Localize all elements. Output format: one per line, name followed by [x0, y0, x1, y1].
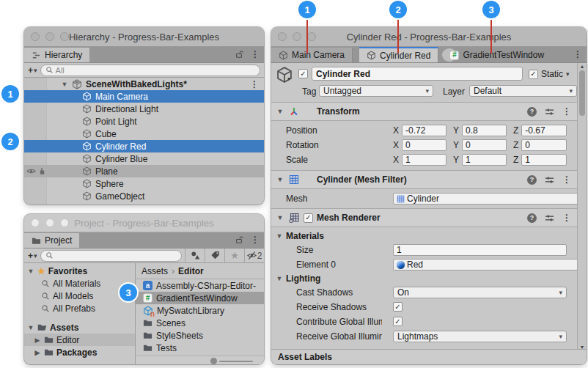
zoom-slider-track[interactable]: [219, 361, 253, 362]
window-menu-icon[interactable]: ⋮: [251, 235, 260, 244]
close-window-button[interactable]: [31, 32, 40, 41]
tree-item-favorites[interactable]: ▼ ★ Favorites: [24, 265, 135, 277]
file-item-scenes[interactable]: Scenes: [136, 317, 264, 329]
rotation-z-input[interactable]: 0: [521, 139, 567, 151]
visibility-eye-icon[interactable]: [26, 166, 36, 176]
pickability-hand-icon[interactable]: [37, 166, 46, 175]
gameobject-cube-icon[interactable]: [276, 66, 293, 84]
help-icon[interactable]: ?: [527, 213, 537, 223]
tree-item-all-prefabs[interactable]: All Prefabs: [24, 302, 135, 314]
hierarchy-item-main-camera[interactable]: Main Camera: [24, 90, 264, 103]
position-x-input[interactable]: -0.72: [402, 125, 446, 136]
mesh-object-field[interactable]: Cylinder: [393, 193, 587, 205]
hierarchy-item-plane[interactable]: Plane: [24, 165, 264, 177]
collapse-arrow-icon[interactable]: ▼: [27, 268, 34, 275]
file-item-tests[interactable]: Tests: [136, 342, 264, 354]
window-menu-icon[interactable]: ⋮: [251, 50, 260, 59]
presets-icon[interactable]: [545, 175, 554, 185]
inspector-scrollbar[interactable]: ▲ ▼: [577, 63, 587, 350]
help-icon[interactable]: ?: [527, 175, 537, 185]
presets-icon[interactable]: [545, 213, 554, 223]
hierarchy-item-cube[interactable]: Cube: [24, 128, 264, 140]
position-z-input[interactable]: -0.67: [521, 125, 567, 136]
scale-z-input[interactable]: 1: [521, 154, 567, 166]
search-by-type-button[interactable]: [185, 249, 205, 262]
tree-item-all-materials[interactable]: All Materials: [24, 277, 135, 290]
expand-arrow-icon[interactable]: ▶: [34, 336, 41, 344]
minimize-window-button[interactable]: [45, 32, 54, 41]
hierarchy-item-sphere[interactable]: Sphere: [24, 177, 264, 190]
scene-menu-icon[interactable]: ⋮: [250, 80, 259, 89]
unlock-icon[interactable]: [235, 235, 243, 244]
component-menu-icon[interactable]: ⋮: [562, 213, 571, 222]
position-y-input[interactable]: 0.8: [462, 125, 507, 136]
window-menu-icon[interactable]: ⋮: [573, 50, 582, 59]
hierarchy-search-input[interactable]: All: [40, 65, 260, 76]
close-window-button[interactable]: [278, 32, 287, 41]
close-window-button[interactable]: [31, 218, 40, 227]
hierarchy-item-cylinder-red[interactable]: Cylinder Red: [24, 140, 264, 152]
tree-item-all-models[interactable]: All Models: [24, 290, 135, 302]
create-button[interactable]: + ▾: [28, 65, 37, 76]
zoom-window-button[interactable]: [307, 32, 316, 41]
minimize-window-button[interactable]: [293, 32, 301, 41]
file-item-gradienttestwindow[interactable]: # GradientTestWindow: [136, 292, 264, 304]
gameobject-name-input[interactable]: Cylinder Red: [312, 67, 523, 81]
layer-dropdown[interactable]: Default ▾: [469, 85, 577, 97]
tag-dropdown[interactable]: Untagged ▾: [319, 85, 433, 97]
rotation-x-input[interactable]: 0: [402, 139, 446, 151]
window-controls[interactable]: [31, 218, 69, 227]
zoom-window-button[interactable]: [60, 32, 69, 41]
tree-item-assets[interactable]: ▼ Assets: [24, 321, 135, 334]
component-enabled-checkbox[interactable]: ✓: [304, 213, 313, 223]
cast-shadows-dropdown[interactable]: On ▾: [393, 287, 567, 298]
breadcrumb-root[interactable]: Assets: [142, 266, 168, 276]
collapse-arrow-icon[interactable]: ▼: [276, 108, 284, 115]
lighting-foldout[interactable]: ▼ Lighting: [271, 272, 577, 285]
breadcrumb-current[interactable]: Editor: [178, 266, 204, 276]
collapse-arrow-icon[interactable]: ▼: [61, 81, 68, 88]
tab-project[interactable]: Project: [24, 233, 79, 248]
hierarchy-item-cylinder-blue[interactable]: Cylinder Blue: [24, 152, 264, 165]
tab-hierarchy[interactable]: Hierarchy: [24, 48, 89, 62]
element0-object-field[interactable]: Red: [393, 259, 587, 271]
mesh-filter-header[interactable]: ▼ Cylinder (Mesh Filter) ? ⋮: [271, 170, 577, 189]
component-menu-icon[interactable]: ⋮: [562, 175, 571, 184]
materials-foldout[interactable]: ▼ Materials: [271, 229, 577, 243]
scene-row[interactable]: ▼ SceneWithBakedLights* ⋮: [24, 78, 264, 90]
scrollbar-thumb[interactable]: [579, 70, 585, 116]
presets-icon[interactable]: [545, 107, 554, 117]
tab-cylinder-red[interactable]: Cylinder Red: [359, 47, 438, 62]
favorites-filter-button[interactable]: ★: [224, 249, 244, 262]
transform-header[interactable]: ▼ Transform ? ⋮: [271, 102, 577, 121]
create-button[interactable]: + ▾: [28, 251, 37, 261]
mesh-renderer-header[interactable]: ▼ ✓ Mesh Renderer ? ⋮: [271, 208, 577, 227]
asset-labels-bar[interactable]: Asset Labels: [271, 349, 587, 364]
collapse-arrow-icon[interactable]: ▼: [27, 324, 34, 331]
active-checkbox[interactable]: ✓: [298, 69, 308, 78]
minimize-window-button[interactable]: [45, 218, 54, 227]
collapse-arrow-icon[interactable]: ▼: [276, 176, 284, 183]
chevron-down-icon[interactable]: ▾: [566, 70, 570, 78]
unlock-icon[interactable]: [235, 50, 243, 59]
project-search-input[interactable]: [40, 250, 182, 262]
hierarchy-item-directional-light[interactable]: Directional Light: [24, 103, 264, 115]
expand-arrow-icon[interactable]: ▶: [34, 349, 41, 356]
file-item-assembly[interactable]: a Assembly-CSharp-Editor-: [136, 279, 264, 292]
materials-size-input[interactable]: 1: [393, 244, 567, 256]
hierarchy-item-gameobject[interactable]: GameObject: [24, 190, 264, 202]
hierarchy-item-point-light[interactable]: Point Light: [24, 115, 264, 128]
contribute-gi-checkbox[interactable]: ✓: [393, 317, 403, 326]
tree-item-packages[interactable]: ▶ Packages: [24, 346, 135, 358]
window-controls[interactable]: [278, 32, 316, 41]
zoom-slider-thumb[interactable]: [210, 358, 217, 364]
tab-main-camera[interactable]: Main Camera: [271, 48, 353, 62]
scale-y-input[interactable]: 1: [462, 154, 507, 166]
rotation-y-input[interactable]: 0: [462, 139, 507, 151]
static-checkbox[interactable]: ✓: [529, 70, 538, 79]
search-by-label-button[interactable]: [205, 249, 224, 262]
window-controls[interactable]: [31, 32, 69, 41]
zoom-window-button[interactable]: [60, 218, 69, 227]
scroll-up-icon[interactable]: ▲: [578, 64, 587, 69]
component-menu-icon[interactable]: ⋮: [562, 107, 571, 116]
